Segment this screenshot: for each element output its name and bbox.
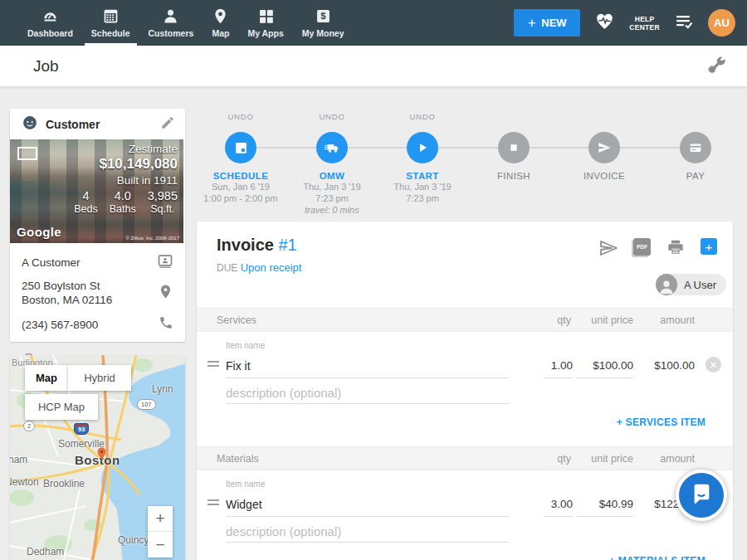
zestimate-label: Zestimate [74, 143, 178, 155]
add-invoice-icon[interactable]: + [701, 238, 717, 255]
services-title: Services [217, 314, 256, 326]
invoice-title: Invoice #1 [217, 236, 297, 255]
chat-fab-button[interactable] [676, 470, 727, 521]
customer-card: Customer Zestimate $10,149,080 Built in … [10, 109, 185, 342]
property-photo[interactable]: Zestimate $10,149,080 Built in 1911 4Bed… [10, 139, 183, 243]
nav-item-schedule[interactable]: Schedule [82, 0, 139, 46]
finish-stop-icon[interactable] [498, 132, 530, 163]
nav-item-map[interactable]: Map [203, 0, 238, 46]
undo-link[interactable]: UNDO [195, 112, 286, 124]
nav-item-my-money[interactable]: $ My Money [293, 0, 354, 46]
new-button[interactable]: + NEW [514, 9, 580, 37]
step-date: Thu, Jan 3 '19 [286, 181, 378, 192]
streetview-icon[interactable] [17, 147, 37, 160]
service-description-input[interactable] [226, 382, 509, 404]
timeline-step-schedule: UNDO SCHEDULE Sun, Jan 6 '19 1:00 pm - 2… [195, 112, 286, 204]
page-title: Job [33, 57, 59, 75]
map-type-button-hybrid[interactable]: Hybrid [68, 365, 131, 391]
route-107-shield: 107 [137, 399, 156, 410]
app-screen: Dashboard Schedule Customers Map [0, 0, 747, 560]
send-invoice-icon[interactable] [598, 238, 618, 261]
drag-handle[interactable] [208, 499, 219, 508]
timeline-step-pay: PAY [650, 112, 741, 181]
nav-label: Map [212, 28, 229, 38]
assignee-avatar [656, 274, 677, 295]
edit-pencil-icon[interactable] [160, 115, 175, 134]
start-play-icon[interactable] [407, 132, 438, 163]
property-stats: 4Beds 4.0Baths 3,985Sq.ft. [74, 189, 178, 215]
drag-handle[interactable] [208, 361, 219, 369]
assignee-name: A User [684, 279, 716, 291]
dashboard-icon [42, 7, 59, 25]
money-icon: $ [315, 7, 332, 25]
item-name-label: Item name [226, 480, 265, 489]
nav-items: Dashboard Schedule Customers Map [0, 0, 354, 46]
map-widget[interactable]: Burlington Lynn 107 2 93 Somerville ham … [10, 355, 185, 560]
timeline-step-finish: FINISH [468, 112, 559, 181]
nav-item-dashboard[interactable]: Dashboard [18, 0, 82, 46]
phone-icon[interactable] [159, 315, 173, 334]
item-name-label: Item name [226, 341, 265, 350]
pdf-icon[interactable]: PDF [633, 238, 651, 256]
due-terms-link[interactable]: Upon receipt [241, 261, 302, 274]
map-type-button-map[interactable]: Map [25, 365, 68, 391]
map-label-newton: Newton [10, 476, 39, 488]
schedule-icon [102, 7, 120, 25]
undo-link[interactable]: UNDO [286, 112, 378, 124]
qty-column-header: qty [557, 314, 571, 326]
assignee-chip[interactable]: A User [656, 274, 726, 295]
job-location-pin[interactable] [95, 446, 109, 464]
service-name-input[interactable] [226, 353, 509, 378]
remove-service-icon[interactable]: ✕ [706, 357, 721, 373]
google-logo: Google [17, 225, 61, 239]
material-name-input[interactable] [226, 492, 509, 517]
invoice-due: DUE Upon receipt [217, 261, 301, 274]
step-label: INVOICE [559, 171, 650, 181]
pay-card-icon[interactable] [680, 132, 711, 163]
omw-truck-icon[interactable] [316, 132, 348, 163]
customer-card-header: Customer [10, 109, 185, 139]
add-services-item-link[interactable]: + SERVICES ITEM [617, 416, 706, 428]
map-label-quincy: Quincy [118, 534, 149, 546]
material-qty-input[interactable] [544, 492, 573, 517]
customer-phone: (234) 567-8900 [22, 318, 98, 332]
customer-card-title: Customer [46, 118, 100, 131]
invoice-number[interactable]: #1 [278, 236, 296, 254]
customer-name: A Customer [22, 256, 81, 270]
photo-copyright: © Zillow, Inc. 2006-2017 [126, 236, 179, 241]
help-center-link[interactable]: HELP CENTER [629, 15, 660, 32]
nav-item-my-apps[interactable]: My Apps [238, 0, 292, 46]
service-unit-price-input[interactable] [577, 353, 633, 378]
svg-text:$: $ [320, 11, 326, 21]
checklist-icon[interactable] [674, 12, 694, 35]
user-avatar[interactable]: AU [708, 9, 735, 37]
print-icon[interactable] [666, 238, 685, 260]
customer-face-icon [22, 114, 38, 134]
add-materials-item-link[interactable]: + MATERIALS ITEM [609, 555, 706, 560]
job-settings-icon[interactable] [706, 54, 727, 79]
nav-item-customers[interactable]: Customers [139, 0, 203, 46]
location-pin-icon[interactable] [158, 284, 173, 303]
undo-link[interactable]: UNDO [377, 112, 468, 124]
qty-column-header: qty [557, 453, 571, 465]
step-time: 7:23 pm [377, 192, 468, 204]
i93-shield: 93 [74, 423, 89, 435]
route-2-shield: 2 [23, 421, 35, 431]
material-description-input[interactable] [226, 521, 509, 543]
service-qty-input[interactable] [544, 353, 573, 378]
map-type-button-hcp[interactable]: HCP Map [25, 394, 98, 420]
contact-card-icon[interactable] [157, 252, 173, 272]
heart-pulse-icon[interactable] [594, 11, 615, 35]
zoom-in-button[interactable]: + [148, 506, 173, 532]
zoom-out-button[interactable]: − [148, 532, 173, 558]
nav-label: My Money [302, 28, 344, 38]
map-zoom-control: + − [148, 506, 173, 558]
invoice-send-icon[interactable] [588, 132, 620, 163]
map-label-waltham: ham [10, 454, 27, 465]
material-unit-price-input[interactable] [577, 492, 633, 517]
top-nav: Dashboard Schedule Customers Map [0, 0, 747, 46]
customer-address: 250 Boylston St Boston, MA 02116 [22, 279, 112, 307]
step-label: PAY [650, 171, 741, 181]
job-header-bar: Job [0, 46, 747, 87]
schedule-step-icon[interactable] [225, 132, 256, 163]
